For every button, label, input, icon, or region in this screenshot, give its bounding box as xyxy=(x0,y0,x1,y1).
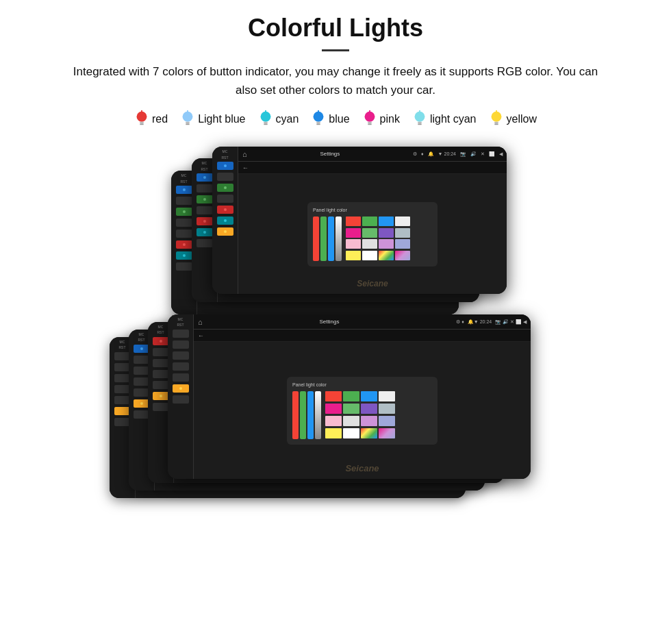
color-label-cyan: cyan xyxy=(276,113,299,125)
color-label-pink: pink xyxy=(380,113,400,125)
svg-rect-14 xyxy=(317,124,321,125)
watermark-top: Seicane xyxy=(357,279,388,288)
color-label-lightcyan: light cyan xyxy=(430,113,477,125)
svg-point-8 xyxy=(260,112,270,122)
color-label-blue: blue xyxy=(329,113,349,125)
page-title: Colorful Lights xyxy=(27,14,644,42)
svg-rect-6 xyxy=(186,124,190,125)
lightblue-bulb-icon xyxy=(180,110,195,128)
color-item-red: red xyxy=(134,110,168,128)
color-label-red: red xyxy=(152,113,168,125)
svg-point-24 xyxy=(491,112,501,122)
svg-point-0 xyxy=(137,112,147,122)
svg-rect-9 xyxy=(264,122,268,124)
svg-rect-10 xyxy=(264,124,268,125)
svg-rect-18 xyxy=(368,124,372,125)
svg-point-20 xyxy=(414,112,425,122)
color-item-lightcyan: light cyan xyxy=(412,110,477,128)
svg-rect-25 xyxy=(494,122,498,124)
top-units-group: MC RST xyxy=(27,143,644,314)
panel-light-label: Panel light color xyxy=(313,208,432,212)
cyan-bulb-icon xyxy=(258,110,273,128)
svg-point-4 xyxy=(183,112,193,122)
svg-point-16 xyxy=(364,112,375,122)
page-description: Integrated with 7 colors of button indic… xyxy=(27,62,644,99)
color-item-pink: pink xyxy=(362,110,400,128)
color-label-yellow: yellow xyxy=(507,113,537,125)
color-item-lightblue: Light blue xyxy=(180,110,245,128)
svg-rect-2 xyxy=(140,124,144,125)
car-unit-top-front: MC RST xyxy=(212,147,507,294)
color-indicators-row: red Light blue cyan xyxy=(27,110,644,128)
color-item-blue: blue xyxy=(311,110,349,128)
yellow-bulb-icon xyxy=(489,110,504,128)
svg-rect-1 xyxy=(140,122,144,124)
pink-bulb-icon xyxy=(362,110,377,128)
svg-rect-21 xyxy=(418,122,422,124)
color-item-yellow: yellow xyxy=(489,110,537,128)
svg-rect-22 xyxy=(418,124,422,125)
color-label-lightblue: Light blue xyxy=(198,113,245,125)
watermark-bottom: Seicane xyxy=(345,463,379,473)
red-bulb-icon xyxy=(134,110,149,128)
lightcyan-bulb-icon xyxy=(412,110,427,128)
car-unit-bot-front: MC RST ⌂ Settings xyxy=(168,314,531,479)
svg-rect-26 xyxy=(494,124,498,125)
blue-bulb-icon xyxy=(311,110,326,128)
bottom-units-group: MC RST ⌂ Setti xyxy=(27,314,644,498)
title-divider xyxy=(322,49,349,51)
svg-rect-13 xyxy=(317,122,321,124)
color-item-cyan: cyan xyxy=(258,110,299,128)
svg-rect-17 xyxy=(368,122,372,124)
svg-point-12 xyxy=(314,112,324,122)
svg-rect-5 xyxy=(186,122,190,124)
